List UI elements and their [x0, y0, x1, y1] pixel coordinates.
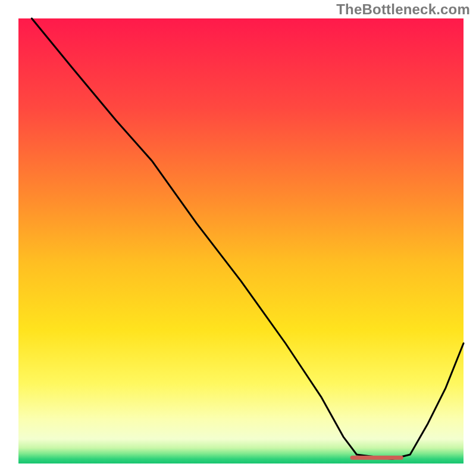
chart-stage: TheBottleneck.com: [0, 0, 476, 476]
watermark-text: TheBottleneck.com: [336, 1, 470, 18]
bottleneck-chart: [0, 0, 476, 476]
gradient-background: [18, 18, 464, 464]
